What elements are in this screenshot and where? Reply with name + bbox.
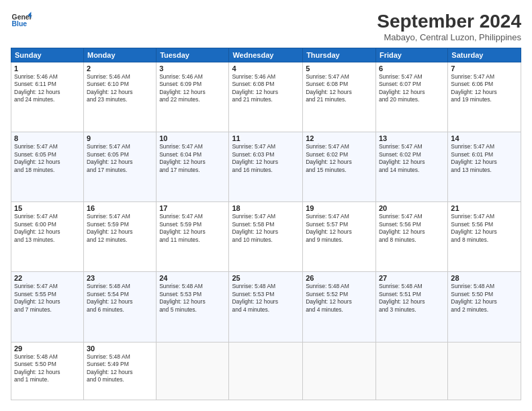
day-info: Sunrise: 5:47 AM Sunset: 6:04 PM Dayligh…: [159, 143, 226, 174]
day-info: Sunrise: 5:47 AM Sunset: 6:02 PM Dayligh…: [379, 143, 445, 174]
day-number: 15: [14, 204, 81, 212]
calendar-cell: 6Sunrise: 5:47 AM Sunset: 6:07 PM Daylig…: [375, 62, 447, 132]
day-number: 8: [14, 134, 81, 142]
day-number: 12: [306, 134, 373, 142]
day-info: Sunrise: 5:48 AM Sunset: 5:49 PM Dayligh…: [87, 353, 153, 384]
day-info: Sunrise: 5:46 AM Sunset: 6:10 PM Dayligh…: [87, 73, 153, 104]
calendar-cell: [229, 342, 303, 400]
calendar-cell: 22Sunrise: 5:47 AM Sunset: 5:55 PM Dayli…: [11, 272, 84, 342]
day-info: Sunrise: 5:48 AM Sunset: 5:50 PM Dayligh…: [451, 283, 518, 314]
day-number: 17: [159, 204, 226, 212]
calendar-cell: [303, 342, 376, 400]
week-row-5: 29Sunrise: 5:48 AM Sunset: 5:50 PM Dayli…: [11, 342, 521, 400]
calendar-cell: 25Sunrise: 5:48 AM Sunset: 5:53 PM Dayli…: [229, 272, 303, 342]
day-number: 19: [306, 204, 373, 212]
col-tuesday: Tuesday: [157, 48, 229, 62]
day-number: 20: [379, 204, 445, 212]
logo-icon: General Blue: [11, 11, 32, 30]
calendar-cell: 30Sunrise: 5:48 AM Sunset: 5:49 PM Dayli…: [83, 342, 156, 400]
svg-text:Blue: Blue: [12, 20, 28, 28]
day-info: Sunrise: 5:47 AM Sunset: 5:59 PM Dayligh…: [159, 213, 226, 244]
day-number: 21: [451, 204, 518, 212]
day-info: Sunrise: 5:47 AM Sunset: 6:05 PM Dayligh…: [87, 143, 153, 174]
calendar-cell: 29Sunrise: 5:48 AM Sunset: 5:50 PM Dayli…: [11, 342, 84, 400]
day-info: Sunrise: 5:47 AM Sunset: 6:02 PM Dayligh…: [306, 143, 373, 174]
location: Mabayo, Central Luzon, Philippines: [377, 32, 521, 42]
calendar-cell: 24Sunrise: 5:48 AM Sunset: 5:53 PM Dayli…: [157, 272, 229, 342]
day-number: 13: [379, 134, 445, 142]
calendar-cell: 8Sunrise: 5:47 AM Sunset: 6:05 PM Daylig…: [11, 132, 84, 202]
day-info: Sunrise: 5:47 AM Sunset: 6:05 PM Dayligh…: [14, 143, 81, 174]
calendar-cell: [375, 342, 447, 400]
calendar-cell: 10Sunrise: 5:47 AM Sunset: 6:04 PM Dayli…: [157, 132, 229, 202]
day-info: Sunrise: 5:48 AM Sunset: 5:54 PM Dayligh…: [87, 283, 153, 314]
day-number: 5: [306, 64, 373, 73]
calendar-cell: 7Sunrise: 5:47 AM Sunset: 6:06 PM Daylig…: [448, 62, 521, 132]
week-row-3: 15Sunrise: 5:47 AM Sunset: 6:00 PM Dayli…: [11, 202, 521, 272]
month-title: September 2024: [377, 11, 521, 32]
day-number: 16: [87, 204, 153, 212]
day-number: 4: [232, 64, 300, 73]
calendar-cell: 26Sunrise: 5:48 AM Sunset: 5:52 PM Dayli…: [303, 272, 376, 342]
week-row-1: 1Sunrise: 5:46 AM Sunset: 6:11 PM Daylig…: [11, 62, 521, 132]
col-monday: Monday: [83, 48, 156, 62]
calendar-cell: 16Sunrise: 5:47 AM Sunset: 5:59 PM Dayli…: [83, 202, 156, 272]
calendar-cell: 17Sunrise: 5:47 AM Sunset: 5:59 PM Dayli…: [157, 202, 229, 272]
calendar-cell: [448, 342, 521, 400]
day-info: Sunrise: 5:47 AM Sunset: 5:56 PM Dayligh…: [379, 213, 445, 244]
calendar-cell: 9Sunrise: 5:47 AM Sunset: 6:05 PM Daylig…: [83, 132, 156, 202]
day-number: 1: [14, 64, 81, 73]
calendar-cell: 27Sunrise: 5:48 AM Sunset: 5:51 PM Dayli…: [375, 272, 447, 342]
col-wednesday: Wednesday: [229, 48, 303, 62]
day-info: Sunrise: 5:48 AM Sunset: 5:53 PM Dayligh…: [159, 283, 226, 314]
day-info: Sunrise: 5:47 AM Sunset: 6:01 PM Dayligh…: [451, 143, 518, 174]
day-info: Sunrise: 5:47 AM Sunset: 5:58 PM Dayligh…: [232, 213, 300, 244]
day-info: Sunrise: 5:46 AM Sunset: 6:09 PM Dayligh…: [159, 73, 226, 104]
day-number: 29: [14, 345, 81, 353]
calendar-cell: 20Sunrise: 5:47 AM Sunset: 5:56 PM Dayli…: [375, 202, 447, 272]
calendar-cell: 2Sunrise: 5:46 AM Sunset: 6:10 PM Daylig…: [83, 62, 156, 132]
calendar-cell: 13Sunrise: 5:47 AM Sunset: 6:02 PM Dayli…: [375, 132, 447, 202]
calendar-cell: [157, 342, 229, 400]
day-number: 28: [451, 274, 518, 282]
day-info: Sunrise: 5:47 AM Sunset: 5:59 PM Dayligh…: [87, 213, 153, 244]
calendar-header-row: Sunday Monday Tuesday Wednesday Thursday…: [11, 48, 521, 62]
day-number: 9: [87, 134, 153, 142]
day-info: Sunrise: 5:47 AM Sunset: 5:55 PM Dayligh…: [14, 283, 81, 314]
calendar-table: Sunday Monday Tuesday Wednesday Thursday…: [11, 48, 521, 400]
day-info: Sunrise: 5:47 AM Sunset: 5:56 PM Dayligh…: [451, 213, 518, 244]
day-number: 3: [159, 64, 226, 73]
calendar-cell: 1Sunrise: 5:46 AM Sunset: 6:11 PM Daylig…: [11, 62, 84, 132]
day-number: 25: [232, 274, 300, 282]
day-number: 27: [379, 274, 445, 282]
calendar-cell: 3Sunrise: 5:46 AM Sunset: 6:09 PM Daylig…: [157, 62, 229, 132]
day-info: Sunrise: 5:47 AM Sunset: 6:07 PM Dayligh…: [379, 73, 445, 104]
calendar-cell: 5Sunrise: 5:47 AM Sunset: 6:08 PM Daylig…: [303, 62, 376, 132]
day-info: Sunrise: 5:47 AM Sunset: 6:00 PM Dayligh…: [14, 213, 81, 244]
calendar-cell: 19Sunrise: 5:47 AM Sunset: 5:57 PM Dayli…: [303, 202, 376, 272]
day-number: 26: [306, 274, 373, 282]
day-number: 23: [87, 274, 153, 282]
calendar-cell: 14Sunrise: 5:47 AM Sunset: 6:01 PM Dayli…: [448, 132, 521, 202]
calendar-cell: 23Sunrise: 5:48 AM Sunset: 5:54 PM Dayli…: [83, 272, 156, 342]
day-number: 22: [14, 274, 81, 282]
calendar-cell: 12Sunrise: 5:47 AM Sunset: 6:02 PM Dayli…: [303, 132, 376, 202]
day-number: 10: [159, 134, 226, 142]
calendar-cell: 11Sunrise: 5:47 AM Sunset: 6:03 PM Dayli…: [229, 132, 303, 202]
day-info: Sunrise: 5:47 AM Sunset: 5:57 PM Dayligh…: [306, 213, 373, 244]
page: General Blue September 2024 Mabayo, Cent…: [0, 0, 532, 411]
day-info: Sunrise: 5:48 AM Sunset: 5:52 PM Dayligh…: [306, 283, 373, 314]
week-row-4: 22Sunrise: 5:47 AM Sunset: 5:55 PM Dayli…: [11, 272, 521, 342]
day-number: 24: [159, 274, 226, 282]
day-info: Sunrise: 5:46 AM Sunset: 6:11 PM Dayligh…: [14, 73, 81, 104]
day-info: Sunrise: 5:48 AM Sunset: 5:51 PM Dayligh…: [379, 283, 445, 314]
day-info: Sunrise: 5:46 AM Sunset: 6:08 PM Dayligh…: [232, 73, 300, 104]
day-info: Sunrise: 5:48 AM Sunset: 5:50 PM Dayligh…: [14, 353, 81, 384]
week-row-2: 8Sunrise: 5:47 AM Sunset: 6:05 PM Daylig…: [11, 132, 521, 202]
calendar-cell: 21Sunrise: 5:47 AM Sunset: 5:56 PM Dayli…: [448, 202, 521, 272]
day-number: 2: [87, 64, 153, 73]
calendar-cell: 18Sunrise: 5:47 AM Sunset: 5:58 PM Dayli…: [229, 202, 303, 272]
day-number: 14: [451, 134, 518, 142]
day-number: 18: [232, 204, 300, 212]
logo: General Blue: [11, 11, 32, 30]
